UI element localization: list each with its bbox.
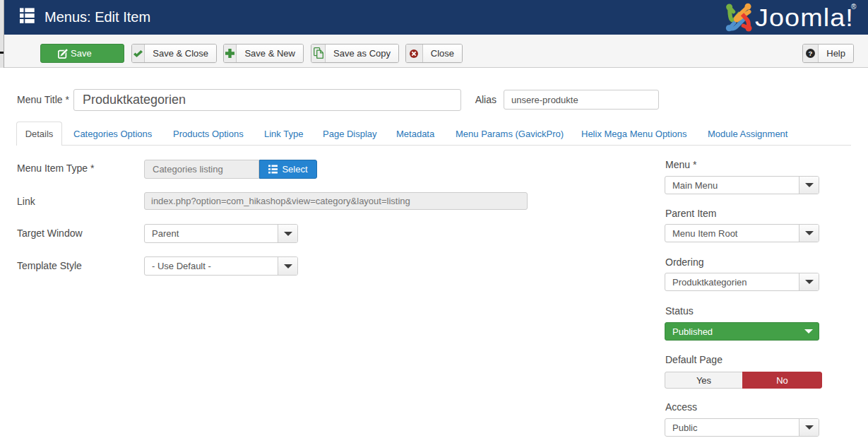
svg-text:?: ? [809,49,813,57]
